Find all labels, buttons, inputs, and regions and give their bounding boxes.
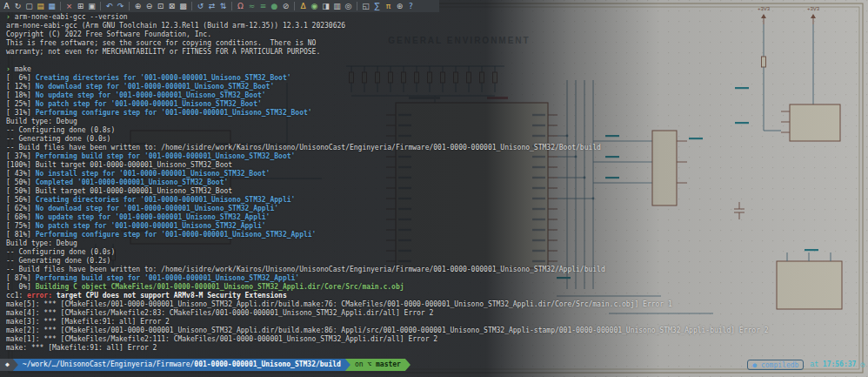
shell-prompt-bar: ◆ ~/work/…/UnisonoCast/Enginyeria/Firmwa… <box>0 359 865 371</box>
screen: GENERAL ENVIRONMENT <box>0 0 868 377</box>
open-icon[interactable]: ▤ <box>35 0 46 12</box>
terminal-line: [ 18%] No update step for '001-0000-0000… <box>6 91 868 100</box>
mirror-vertical-icon[interactable]: ⇅ <box>217 0 229 12</box>
terminal-line: [ 68%] No update step for '001-0000-0000… <box>6 213 868 222</box>
terminal-line: › make <box>6 65 868 74</box>
add-symbol-icon[interactable]: Ω <box>235 0 246 12</box>
prompt-path-tail: 001-0000-000001_Unisono_STM32/build <box>194 360 341 368</box>
git-branch-name: master <box>376 360 401 368</box>
grid-icon[interactable]: ▩ <box>177 0 189 12</box>
terminal-line: make[1]: *** [CMakeFiles/Makefile2:111: … <box>6 335 868 344</box>
terminal-line: [100%] Built target 001-0000-000001_Unis… <box>6 161 868 170</box>
toolbar: A↻▢▤▦×⊞▣↶↷⊕⊖⊡⊠▩↺⇄⇅Ω≈≡●⊘Δ◉◨▥◎◱∑π⊛? <box>0 0 439 12</box>
cut-icon[interactable]: × <box>63 0 75 12</box>
terminal-line: [ 75%] No patch step for '001-0000-00000… <box>6 222 868 231</box>
toolbar-separator <box>189 0 195 12</box>
compiledb-badge: ● compiledb <box>747 360 804 370</box>
zoom-selection-icon[interactable]: ⊠ <box>166 0 177 12</box>
terminal-line: [ 12%] No download step for '001-0000-00… <box>6 83 868 91</box>
time-value: 17:56:37 <box>823 360 857 368</box>
terminal-line: make[2]: *** [CMakeFiles/001-0000-000001… <box>6 327 868 335</box>
refresh-icon[interactable]: ↻ <box>12 0 23 12</box>
save-icon[interactable]: ▦ <box>46 0 57 12</box>
terminal-line: [ 37%] Performing build step for '001-00… <box>6 152 868 161</box>
terminal-line: [ 87%] Performing build step for '001-00… <box>6 274 868 283</box>
terminal-line: Copyright (C) 2022 Free Software Foundat… <box>6 30 868 39</box>
settings-icon[interactable]: ⊛ <box>394 0 405 12</box>
terminal-line: Build type: Debug <box>6 239 868 248</box>
terminal-line: make[3]: *** [Makefile:91: all] Error 2 <box>6 318 868 327</box>
git-prefix: on <box>355 360 364 368</box>
terminal-line: warranty; not even for MERCHANTABILITY o… <box>6 48 868 57</box>
terminal-line: make[5]: *** [CMakeFiles/001-0000-000001… <box>6 300 868 309</box>
mirror-horizontal-icon[interactable]: ⇄ <box>206 0 217 12</box>
terminal-line: [ 6%] Creating directories for '001-0000… <box>6 74 868 83</box>
terminal-line <box>6 57 868 65</box>
prompt-spacer <box>411 359 747 371</box>
add-junction-icon[interactable]: ● <box>269 0 280 12</box>
rotate-icon[interactable]: ↺ <box>195 0 206 12</box>
paste-icon[interactable]: ▣ <box>86 0 97 12</box>
terminal-line: [ 25%] No patch step for '001-0000-00000… <box>6 100 868 109</box>
terminal-line: -- Generating done (0.0s) <box>6 135 868 144</box>
terminal-line: › arm-none-eabi-gcc --version <box>6 13 868 22</box>
prompt-path-segment: ~/work/…/UnisonoCast/Enginyeria/Firmware… <box>13 359 351 371</box>
terminal-line: [ 56%] Creating directories for '001-000… <box>6 196 868 205</box>
terminal-output[interactable]: › arm-none-eabi-gcc --versionarm-none-ea… <box>6 13 868 353</box>
terminal-line: arm-none-eabi-gcc (Arm GNU Toolchain 12.… <box>6 22 868 30</box>
annotate-icon[interactable]: Δ <box>297 0 309 12</box>
scripting-icon[interactable]: π <box>383 0 394 12</box>
no-connect-icon[interactable]: ⊘ <box>280 0 291 12</box>
redo-icon[interactable]: ↷ <box>115 0 126 12</box>
terminal-line: make: *** [Makefile:91: all] Error 2 <box>6 344 868 353</box>
toolbar-separator <box>354 0 360 12</box>
erc-check-icon[interactable]: ◉ <box>309 0 320 12</box>
terminal-line: [ 50%] Completed '001-0000-000001_Unison… <box>6 178 868 187</box>
hierarchy-sheet-icon[interactable]: ◱ <box>360 0 371 12</box>
copy-icon[interactable]: ⊞ <box>75 0 86 12</box>
simulator-icon[interactable]: ∑ <box>371 0 383 12</box>
toolbar-separator <box>126 0 132 12</box>
toolbar-separator <box>291 0 297 12</box>
undo-icon[interactable]: ↶ <box>103 0 115 12</box>
terminal-line: -- Build files have been written to: /ho… <box>6 144 868 152</box>
prompt-time: at 17:56:37 ◷ <box>810 359 865 371</box>
terminal-line: -- Build files have been written to: /ho… <box>6 266 868 274</box>
clock-icon: ◷ <box>860 360 865 368</box>
terminal-line: [ 31%] Performing configure step for '00… <box>6 109 868 118</box>
zoom-out-icon[interactable]: ⊖ <box>144 0 155 12</box>
terminal-line: -- Generating done (0.2s) <box>6 257 868 266</box>
terminal-line: [ 0%] Building C object CMakeFiles/001-0… <box>6 283 868 292</box>
add-wire-icon[interactable]: ≈ <box>246 0 257 12</box>
tool-label: compiledb <box>761 361 798 369</box>
toolbar-separator <box>97 0 103 12</box>
toolbar-separator <box>57 0 63 12</box>
terminal-line: [ 62%] No download step for '001-0000-00… <box>6 205 868 213</box>
toolbar-separator <box>229 0 235 12</box>
plot-icon[interactable]: ◨ <box>320 0 331 12</box>
os-icon: ◆ <box>5 360 10 368</box>
terminal-line: -- Configuring done (0.8s) <box>6 126 868 135</box>
help-icon[interactable]: ? <box>405 0 417 12</box>
zoom-fit-icon[interactable]: ⊡ <box>155 0 166 12</box>
add-bus-icon[interactable]: ≡ <box>257 0 269 12</box>
print-icon[interactable]: ▥ <box>331 0 343 12</box>
text-label-icon[interactable]: A <box>1 0 12 12</box>
prompt-path-head: ~/work/…/UnisonoCast/Enginyeria/Firmware… <box>23 360 194 368</box>
time-label: at <box>810 360 818 368</box>
terminal-line: Build type: Debug <box>6 118 868 126</box>
terminal-line: make[4]: *** [CMakeFiles/Makefile2:83: C… <box>6 309 868 318</box>
new-schematic-icon[interactable]: ▢ <box>23 0 35 12</box>
find-icon[interactable]: ◎ <box>343 0 354 12</box>
terminal-line: [ 43%] No install step for '001-0000-000… <box>6 170 868 178</box>
terminal-line: This is free software; see the source fo… <box>6 39 868 48</box>
prompt-git-segment: on ⌥ master <box>345 359 411 371</box>
terminal-line: -- Configuring done (0.0s) <box>6 248 868 257</box>
terminal-line: [ 81%] Performing configure step for '00… <box>6 231 868 239</box>
terminal-line: [ 50%] Built target 001-0000-000001_Unis… <box>6 187 868 196</box>
zoom-in-icon[interactable]: ⊕ <box>132 0 144 12</box>
terminal-line: cc1: error: target CPU does not support … <box>6 292 868 300</box>
